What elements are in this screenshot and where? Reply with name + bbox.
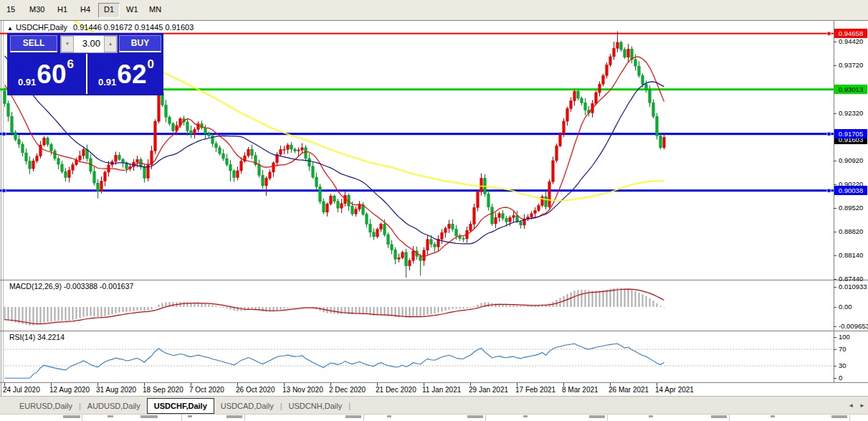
chart-tabs: EURUSD,Daily|AUDUSD,DailyUSDCHF,DailyUSD… xyxy=(0,396,868,415)
volume-up-icon[interactable]: ▲ xyxy=(104,36,117,52)
buy-price[interactable]: 0.91620 xyxy=(86,54,165,94)
clipped-text-fragment xyxy=(711,415,727,418)
date-label: 18 Sep 2020 xyxy=(143,386,183,394)
date-label: 26 Mar 2021 xyxy=(609,386,649,394)
date-label: 26 Oct 2020 xyxy=(236,386,275,394)
date-label: 11 Jan 2021 xyxy=(422,386,461,394)
tab-eurusd[interactable]: EURUSD,Daily xyxy=(13,399,79,413)
axis-tick xyxy=(834,279,836,280)
tab-usdchf[interactable]: USDCHF,Daily xyxy=(147,398,214,414)
axis-tick xyxy=(834,65,836,66)
axis-tick xyxy=(834,326,836,327)
tab-audusd[interactable]: AUDUSD,Daily xyxy=(81,399,147,413)
axis-tick xyxy=(834,232,836,232)
date-label: 2 Dec 2020 xyxy=(329,386,366,394)
rsi-label: RSI(14) 34.2214 xyxy=(9,333,65,341)
one-click-trading-panel: SELL ▼ 3.00 ▲ BUY 0.91606 0.91620 xyxy=(7,33,163,95)
hline-price-label: 0.91705 xyxy=(834,129,867,138)
clipped-text-fragment xyxy=(188,415,192,417)
tab-usdcad[interactable]: USDCAD,Daily xyxy=(214,399,280,413)
clipped-text-fragment xyxy=(108,415,113,417)
price-grid-label: 0.87440 xyxy=(839,275,863,283)
volume-spinner: ▼ 3.00 ▲ xyxy=(60,35,118,53)
date-label: 14 Apr 2021 xyxy=(655,386,694,394)
date-label: 24 Jul 2020 xyxy=(3,386,40,394)
timeframe-button-h1[interactable]: H1 xyxy=(52,3,72,16)
column-separator xyxy=(607,415,608,421)
sell-price[interactable]: 0.91606 xyxy=(7,54,85,94)
chart-window: ▲USDCHF,Daily0.91446 0.91672 0.91445 0.9… xyxy=(0,20,868,396)
axis-tick xyxy=(834,208,836,209)
timeframe-button-m30[interactable]: M30 xyxy=(24,3,49,16)
tabs-scroll-left-icon[interactable]: ◄ xyxy=(848,402,854,409)
macd-axis-label: 0.00 xyxy=(839,303,852,311)
hline-price-label: 0.90038 xyxy=(834,186,867,195)
date-label: 21 Dec 2020 xyxy=(376,386,416,394)
price-axis[interactable]: 0.944200.937200.923200.909200.902200.895… xyxy=(834,20,868,382)
timeframe-button-h4[interactable]: H4 xyxy=(75,3,95,16)
axis-tick xyxy=(834,184,836,185)
axis-tick xyxy=(834,307,836,308)
timeframe-toolbar: 15M30H1H4D1W1MN xyxy=(0,0,868,21)
price-grid-label: 0.93720 xyxy=(839,61,863,69)
rsi-axis-label: 0 xyxy=(839,374,842,382)
hline-price-label: 0.93013 xyxy=(834,85,867,94)
rsi-axis-label: 70 xyxy=(839,345,846,353)
clipped-text-fragment xyxy=(63,415,80,418)
tabs-scroll-right-icon[interactable]: ► xyxy=(859,402,865,409)
column-separator xyxy=(849,415,850,421)
clipped-text-fragment xyxy=(771,415,775,417)
date-label: 17 Feb 2021 xyxy=(515,386,555,394)
ohlc-quote: 0.91446 0.91672 0.91445 0.91603 xyxy=(73,23,194,32)
rsi-axis-label: 100 xyxy=(839,333,850,341)
timeframe-button-d1[interactable]: D1 xyxy=(98,3,120,18)
timeframe-button-w1[interactable]: W1 xyxy=(121,3,143,16)
clipped-text-fragment xyxy=(523,415,528,417)
hline-price-label: 0.94658 xyxy=(834,29,867,38)
axis-tick xyxy=(834,255,836,256)
price-grid-label: 0.92320 xyxy=(839,109,863,117)
clipped-text-fragment xyxy=(467,415,483,418)
macd-label: MACD(12,26,9) -0.003388 -0.001637 xyxy=(9,282,133,290)
axis-tick xyxy=(834,366,836,366)
timeframe-button-mn[interactable]: MN xyxy=(144,3,166,16)
clipped-text-fragment xyxy=(831,415,847,418)
tab-separator: | xyxy=(348,399,350,413)
axis-tick xyxy=(834,337,836,338)
collapse-arrow-icon[interactable]: ▲ xyxy=(7,25,13,32)
time-axis[interactable]: 24 Jul 202012 Aug 202031 Aug 202018 Sep … xyxy=(0,386,834,396)
clipped-text-fragment xyxy=(387,415,391,417)
volume-input[interactable]: 3.00 xyxy=(74,36,104,52)
date-label: 7 Oct 2020 xyxy=(189,386,224,394)
date-label: 29 Jan 2021 xyxy=(469,386,508,394)
timeframe-button-15[interactable]: 15 xyxy=(1,3,20,16)
column-separator xyxy=(82,415,82,421)
axis-tick xyxy=(834,349,836,350)
date-label: 12 Aug 2020 xyxy=(49,386,90,394)
date-label: 13 Nov 2020 xyxy=(282,386,323,394)
clipped-text-fragment xyxy=(226,415,242,418)
price-grid-label: 0.90920 xyxy=(839,156,863,164)
date-label: 8 Mar 2021 xyxy=(562,386,598,394)
tab-usdcnh[interactable]: USDCNH,Daily xyxy=(282,399,349,413)
sell-button[interactable]: SELL xyxy=(10,35,57,52)
macd-axis-label: -0.009653 xyxy=(839,322,868,330)
rsi-axis-label: 30 xyxy=(839,361,846,369)
date-label: 31 Aug 2020 xyxy=(96,386,136,394)
axis-tick xyxy=(834,113,836,114)
mt4-terminal: 15M30H1H4D1W1MN ▲USDCHF,Daily0.91446 0.9… xyxy=(0,0,868,421)
macd-axis-label: 0.010933 xyxy=(839,283,867,290)
column-separator xyxy=(485,415,486,421)
clipped-text-fragment xyxy=(140,415,158,418)
clipped-text-fragment xyxy=(345,415,361,418)
price-grid-label: 0.94420 xyxy=(839,37,863,45)
clipped-table-row xyxy=(0,414,868,421)
axis-tick xyxy=(834,42,836,42)
buy-button[interactable]: BUY xyxy=(119,35,161,52)
column-separator xyxy=(363,415,364,421)
volume-down-icon[interactable]: ▼ xyxy=(61,36,74,52)
price-grid-label: 0.88820 xyxy=(839,227,863,235)
column-separator xyxy=(729,415,730,421)
axis-tick xyxy=(834,161,836,161)
column-separator xyxy=(181,415,182,421)
